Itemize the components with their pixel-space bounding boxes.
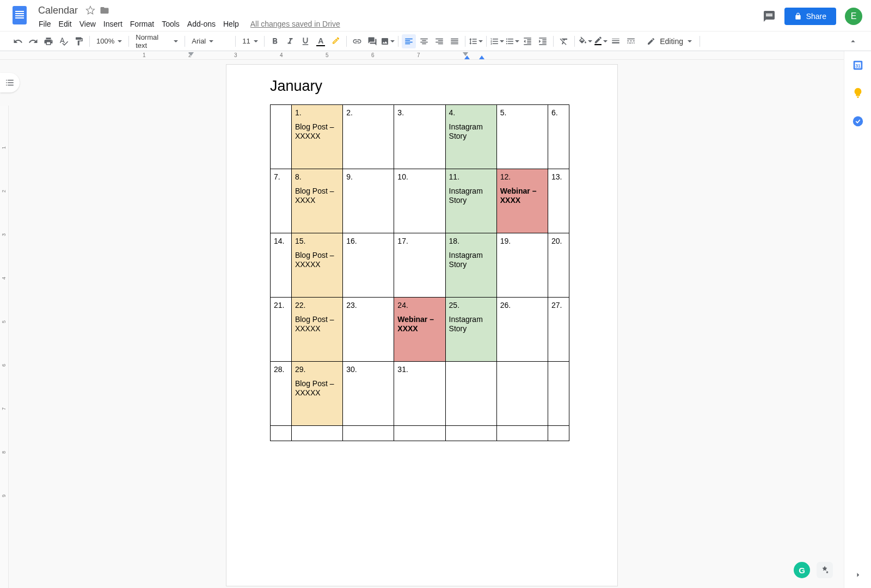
bold-button[interactable] bbox=[268, 34, 282, 48]
calendar-cell[interactable] bbox=[496, 426, 548, 441]
calendar-cell[interactable] bbox=[548, 426, 569, 441]
paint-format-button[interactable] bbox=[72, 34, 86, 48]
save-status[interactable]: All changes saved in Drive bbox=[250, 20, 340, 28]
zoom-select[interactable]: 100% bbox=[93, 35, 125, 48]
mode-select[interactable]: Editing bbox=[642, 37, 696, 46]
menu-tools[interactable]: Tools bbox=[158, 17, 183, 30]
paragraph-style-select[interactable]: Normal text bbox=[132, 35, 181, 48]
calendar-cell[interactable]: 4.Instagram Story bbox=[445, 105, 496, 169]
page-title[interactable]: January bbox=[270, 78, 574, 95]
page-scroll-area[interactable]: 1 2 3 4 5 6 7 January 1.Blog Post – XXXX… bbox=[0, 51, 844, 588]
calendar-cell[interactable]: 20. bbox=[548, 233, 569, 298]
calendar-cell[interactable] bbox=[445, 426, 496, 441]
tasks-addon-icon[interactable] bbox=[852, 115, 864, 127]
account-avatar[interactable]: E bbox=[845, 8, 862, 25]
line-spacing-button[interactable] bbox=[469, 34, 483, 48]
undo-button[interactable] bbox=[11, 34, 25, 48]
star-icon[interactable] bbox=[85, 5, 95, 15]
text-color-button[interactable]: A bbox=[314, 34, 328, 48]
calendar-cell[interactable]: 8.Blog Post – XXXX bbox=[291, 169, 342, 233]
menu-edit[interactable]: Edit bbox=[55, 17, 76, 30]
decrease-indent-button[interactable] bbox=[520, 34, 535, 48]
align-justify-button[interactable] bbox=[447, 34, 462, 48]
calendar-cell[interactable]: 28. bbox=[271, 362, 292, 426]
menu-addons[interactable]: Add-ons bbox=[183, 17, 219, 30]
move-folder-icon[interactable] bbox=[100, 5, 109, 15]
share-button[interactable]: Share bbox=[784, 8, 836, 25]
highlight-button[interactable] bbox=[329, 34, 343, 48]
calendar-cell[interactable]: 17. bbox=[394, 233, 445, 298]
spellcheck-button[interactable] bbox=[57, 34, 71, 48]
calendar-cell[interactable]: 27. bbox=[548, 298, 569, 362]
calendar-cell[interactable]: 29.Blog Post – XXXXX bbox=[291, 362, 342, 426]
align-center-button[interactable] bbox=[417, 34, 431, 48]
docs-logo[interactable] bbox=[9, 4, 30, 26]
calendar-cell[interactable]: 10. bbox=[394, 169, 445, 233]
calendar-cell[interactable] bbox=[445, 362, 496, 426]
document-title[interactable]: Calendar bbox=[35, 5, 81, 16]
calendar-cell[interactable]: 5. bbox=[496, 105, 548, 169]
calendar-cell[interactable]: 21. bbox=[271, 298, 292, 362]
border-color-button[interactable] bbox=[593, 34, 608, 48]
clear-formatting-button[interactable] bbox=[557, 34, 571, 48]
calendar-cell[interactable]: 13. bbox=[548, 169, 569, 233]
menu-help[interactable]: Help bbox=[219, 17, 243, 30]
calendar-cell[interactable]: 7. bbox=[271, 169, 292, 233]
redo-button[interactable] bbox=[26, 34, 40, 48]
side-panel-expand-button[interactable] bbox=[851, 568, 864, 581]
calendar-cell[interactable]: 31. bbox=[394, 362, 445, 426]
calendar-cell[interactable] bbox=[496, 362, 548, 426]
insert-image-button[interactable] bbox=[381, 34, 395, 48]
print-button[interactable] bbox=[41, 34, 56, 48]
calendar-cell[interactable]: 26. bbox=[496, 298, 548, 362]
calendar-cell[interactable]: 2. bbox=[343, 105, 394, 169]
calendar-cell[interactable]: 19. bbox=[496, 233, 548, 298]
menu-insert[interactable]: Insert bbox=[100, 17, 126, 30]
calendar-cell[interactable]: 12.Webinar – XXXX bbox=[496, 169, 548, 233]
calendar-cell[interactable]: 11.Instagram Story bbox=[445, 169, 496, 233]
menu-view[interactable]: View bbox=[76, 17, 100, 30]
calendar-addon-icon[interactable]: 31 bbox=[852, 59, 864, 71]
explore-button[interactable] bbox=[817, 562, 833, 578]
fill-color-button[interactable] bbox=[578, 34, 592, 48]
keep-addon-icon[interactable] bbox=[852, 87, 864, 99]
calendar-table[interactable]: 1.Blog Post – XXXXX2.3.4.Instagram Story… bbox=[270, 104, 569, 441]
insert-comment-button[interactable] bbox=[365, 34, 379, 48]
calendar-cell[interactable]: 14. bbox=[271, 233, 292, 298]
comments-icon[interactable] bbox=[763, 10, 776, 23]
calendar-cell[interactable]: 18.Instagram Story bbox=[445, 233, 496, 298]
calendar-cell[interactable] bbox=[343, 426, 394, 441]
horizontal-ruler[interactable]: 1 2 3 4 5 6 7 bbox=[0, 51, 844, 60]
calendar-cell[interactable]: 25.Instagram Story bbox=[445, 298, 496, 362]
calendar-cell[interactable]: 6. bbox=[548, 105, 569, 169]
calendar-cell[interactable] bbox=[548, 362, 569, 426]
italic-button[interactable] bbox=[283, 34, 297, 48]
menu-file[interactable]: File bbox=[35, 17, 55, 30]
insert-link-button[interactable] bbox=[350, 34, 364, 48]
underline-button[interactable] bbox=[298, 34, 312, 48]
calendar-cell[interactable]: 22.Blog Post – XXXXX bbox=[291, 298, 342, 362]
border-style-button[interactable] bbox=[624, 34, 638, 48]
font-select[interactable]: Arial bbox=[188, 35, 232, 48]
calendar-cell[interactable]: 1.Blog Post – XXXXX bbox=[291, 105, 342, 169]
calendar-cell[interactable]: 23. bbox=[343, 298, 394, 362]
calendar-cell[interactable]: 9. bbox=[343, 169, 394, 233]
align-right-button[interactable] bbox=[432, 34, 446, 48]
calendar-cell[interactable] bbox=[394, 426, 445, 441]
calendar-cell[interactable] bbox=[271, 105, 292, 169]
calendar-cell[interactable]: 24.Webinar – XXXX bbox=[394, 298, 445, 362]
calendar-cell[interactable] bbox=[271, 426, 292, 441]
grammarly-button[interactable]: G bbox=[794, 562, 810, 578]
collapse-toolbar-button[interactable] bbox=[846, 34, 860, 48]
menu-format[interactable]: Format bbox=[126, 17, 158, 30]
calendar-cell[interactable]: 3. bbox=[394, 105, 445, 169]
bulleted-list-button[interactable] bbox=[505, 34, 519, 48]
increase-indent-button[interactable] bbox=[536, 34, 550, 48]
document-page[interactable]: January 1.Blog Post – XXXXX2.3.4.Instagr… bbox=[226, 64, 618, 586]
border-width-button[interactable] bbox=[609, 34, 623, 48]
numbered-list-button[interactable] bbox=[490, 34, 504, 48]
align-left-button[interactable] bbox=[402, 34, 416, 48]
calendar-cell[interactable] bbox=[291, 426, 342, 441]
font-size-select[interactable]: 11 bbox=[239, 35, 261, 48]
calendar-cell[interactable]: 30. bbox=[343, 362, 394, 426]
